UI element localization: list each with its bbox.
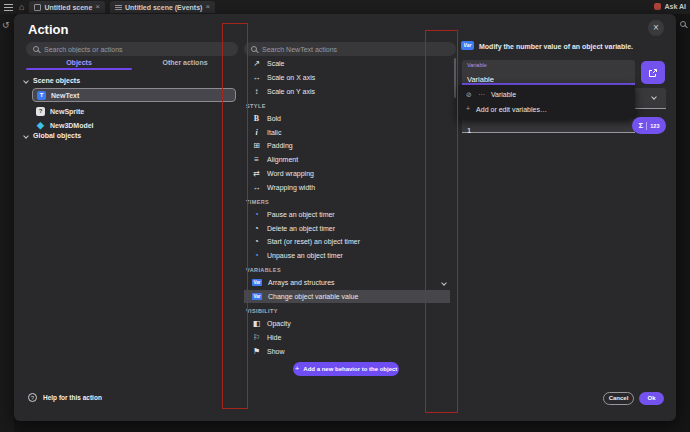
object-row-newsprite[interactable]: ? NewSprite	[32, 104, 236, 118]
variable-dropdown-menu: ⊘ ⋯ Variable + Add or edit variables…	[458, 85, 635, 119]
app-window: ⌂ Untitled scene × Untitled scene (Event…	[0, 0, 690, 432]
scene-tab-icon	[34, 4, 41, 11]
word-wrapping-icon: ⇄	[252, 169, 261, 178]
open-variables-editor-button[interactable]	[641, 61, 665, 84]
alignment-icon: ≡	[252, 155, 261, 164]
cancel-button[interactable]: Cancel	[603, 392, 634, 405]
variable-input[interactable]	[467, 75, 630, 84]
close-icon[interactable]: ×	[648, 20, 664, 36]
timer-icon: ◔	[252, 237, 261, 246]
scale-x-icon: ↔	[252, 73, 261, 82]
hamburger-menu-icon[interactable]	[4, 4, 13, 11]
annotation-rectangle	[425, 30, 458, 413]
text-object-icon: T	[37, 91, 46, 100]
menu-item-add-edit-variables[interactable]: + Add or edit variables…	[458, 101, 635, 117]
variable-icon: Var	[252, 293, 262, 300]
home-icon[interactable]: ⌂	[19, 3, 24, 12]
menu-item-variable[interactable]: ⊘ ⋯ Variable	[458, 85, 635, 101]
divider	[646, 122, 647, 130]
add-behavior-button[interactable]: + Add a new behavior to the object	[293, 362, 399, 376]
padding-icon: ⊞	[252, 141, 261, 150]
ask-ai-button[interactable]: Ask AI	[654, 3, 686, 10]
variable-scope-icon: ⊘	[466, 91, 472, 99]
top-bar: ⌂ Untitled scene × Untitled scene (Event…	[0, 0, 690, 14]
object-row-new3dmodel[interactable]: ◆ New3DModel	[32, 118, 236, 132]
plus-icon: +	[466, 105, 470, 113]
search-icon	[33, 46, 39, 52]
sprite-object-icon: ?	[36, 107, 45, 116]
sigma-icon: Σ	[639, 121, 644, 130]
variable-field-label: Variable	[467, 62, 630, 68]
events-tab-icon	[115, 4, 122, 11]
variable-type-icon: ⋯	[478, 91, 485, 99]
timer-icon: ◔	[252, 210, 261, 219]
ask-ai-icon	[654, 3, 661, 10]
action-description: Modify the number value of an object var…	[479, 43, 669, 50]
timer-icon: ◔	[252, 224, 261, 233]
chevron-down-icon	[23, 78, 29, 84]
variable-icon: Var	[461, 41, 474, 50]
show-icon: ⚑	[252, 347, 261, 356]
left-panel-tabs: Objects Other actions	[26, 57, 238, 70]
hide-icon: ⚐	[252, 333, 261, 342]
model3d-object-icon: ◆	[36, 121, 45, 130]
scale-icon: ↗	[252, 59, 261, 68]
objects-search-input[interactable]	[44, 46, 231, 53]
scene-objects-group[interactable]: Scene objects	[24, 77, 80, 84]
help-link[interactable]: ? Help for this action	[28, 393, 102, 402]
left-toolbar: ↺	[0, 14, 14, 432]
annotation-rectangle	[222, 23, 248, 409]
ok-button[interactable]: Ok	[639, 392, 664, 405]
variable-field: Variable	[462, 60, 635, 85]
search-icon[interactable]	[680, 21, 686, 27]
objects-search	[26, 42, 238, 56]
number-type-icon: 123	[650, 123, 659, 129]
italic-icon: i	[252, 128, 261, 137]
tab-untitled-scene-events[interactable]: Untitled scene (Events) ×	[110, 1, 215, 13]
variable-icon: Var	[252, 279, 262, 286]
history-icon[interactable]: ↺	[2, 20, 14, 30]
dialog-title: Action	[28, 22, 68, 37]
bold-icon: B	[252, 114, 261, 123]
timer-icon: ◔	[252, 251, 261, 260]
chevron-down-icon	[651, 94, 657, 100]
expression-editor-button[interactable]: Σ 123	[632, 117, 666, 134]
search-icon	[251, 46, 257, 52]
value-input[interactable]	[467, 126, 630, 135]
wrapping-width-icon: ↔	[252, 183, 261, 192]
scale-y-icon: ↕	[252, 87, 261, 96]
action-dialog: Action × Objects Other actions Scene obj…	[14, 14, 676, 421]
help-icon: ?	[28, 393, 37, 402]
opacity-icon: ◧	[252, 319, 261, 328]
tab-objects[interactable]: Objects	[26, 57, 132, 70]
tab-close-icon[interactable]: ×	[205, 3, 210, 11]
tab-close-icon[interactable]: ×	[95, 3, 100, 11]
chevron-down-icon	[23, 133, 29, 139]
actions-search-input[interactable]	[262, 46, 449, 53]
object-row-newtext[interactable]: T NewText	[32, 88, 236, 102]
tab-untitled-scene[interactable]: Untitled scene ×	[29, 1, 105, 13]
external-link-icon	[648, 68, 658, 78]
global-objects-group[interactable]: Global objects	[24, 132, 81, 139]
plus-icon: +	[295, 365, 300, 373]
action-item-change-variable-value[interactable]: Var Change object variable value	[244, 290, 450, 304]
